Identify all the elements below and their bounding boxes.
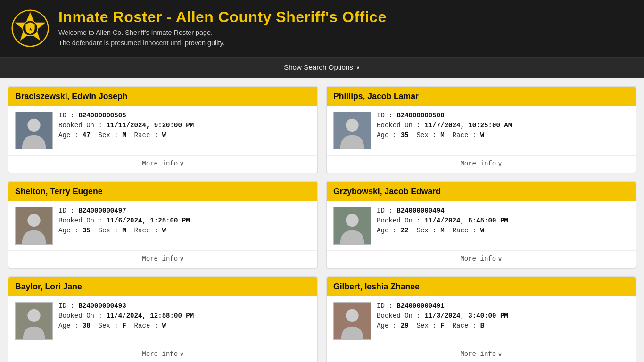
sex-label: Sex : [413,132,437,139]
booked-value: 11/4/2024, 12:58:00 PM [106,312,194,320]
detail-row-demographics: Age : 29 Sex : F Race : B [377,322,629,329]
age-value: 38 [83,322,91,329]
detail-row-booked: Booked On : 11/11/2024, 9:20:00 PM [58,122,311,129]
more-info-button[interactable]: More info ∨ [460,255,502,263]
more-info-row: More info ∨ [327,346,636,362]
sex-label: Sex : [94,322,118,329]
sex-value: F [122,322,126,329]
booked-value: 11/11/2024, 9:20:00 PM [106,122,194,129]
id-label: ID : [58,207,74,214]
header-subtitle: Welcome to Allen Co. Sheriff's Inmate Ro… [58,28,387,48]
inmate-card: Braciszewski, Edwin Joseph ID : B2400000… [8,86,318,173]
more-info-label: More info [142,350,178,358]
booked-value: 11/4/2024, 6:45:00 PM [424,217,508,224]
more-info-chevron-icon: ∨ [498,255,502,263]
inmate-card-header: Braciszewski, Edwin Joseph [8,87,317,106]
inmate-card-body: ID : B24000000500 Booked On : 11/7/2024,… [327,106,636,155]
inmate-id-value: B24000000494 [396,207,444,214]
inmate-grid: Braciszewski, Edwin Joseph ID : B2400000… [8,86,636,362]
svg-point-13 [27,309,40,322]
inmate-details: ID : B24000000494 Booked On : 11/4/2024,… [377,207,629,237]
inmate-photo [15,112,53,149]
inmate-details: ID : B24000000493 Booked On : 11/4/2024,… [58,302,311,332]
more-info-label: More info [142,160,178,167]
more-info-button[interactable]: More info ∨ [460,160,502,168]
age-value: 35 [401,132,409,139]
age-label: Age : [377,132,396,139]
race-value: W [162,132,166,139]
inmate-card-body: ID : B24000000497 Booked On : 11/6/2024,… [8,201,317,250]
more-info-chevron-icon: ∨ [180,160,183,168]
detail-row-id: ID : B24000000500 [377,112,629,119]
sex-label: Sex : [94,227,118,234]
id-label: ID : [377,302,393,310]
age-value: 35 [83,227,91,234]
detail-row-demographics: Age : 22 Sex : M Race : W [377,227,629,234]
inmate-name: Braciszewski, Edwin Joseph [15,91,311,101]
search-toggle-button[interactable]: Show Search Options ∨ [284,63,360,71]
inmate-details: ID : B24000000491 Booked On : 11/3/2024,… [377,302,629,332]
age-label: Age : [377,322,396,329]
inmate-card-header: Baylor, Lori Jane [8,277,317,296]
more-info-chevron-icon: ∨ [498,350,502,358]
inmate-card: Phillips, Jacob Lamar ID : B24000000500 … [326,86,636,173]
booked-label: Booked On : [58,217,102,224]
detail-row-booked: Booked On : 11/4/2024, 6:45:00 PM [377,217,629,224]
race-label: Race : [448,227,476,234]
more-info-button[interactable]: More info ∨ [142,350,184,358]
detail-row-booked: Booked On : 11/4/2024, 12:58:00 PM [58,312,311,320]
sex-label: Sex : [413,322,437,329]
inmate-id-value: B24000000500 [396,112,444,119]
inmate-id-value: B24000000505 [78,112,126,119]
svg-point-5 [27,119,40,132]
inmate-details: ID : B24000000505 Booked On : 11/11/2024… [58,112,311,141]
age-value: 29 [401,322,409,329]
more-info-row: More info ∨ [327,155,636,173]
more-info-chevron-icon: ∨ [498,160,502,168]
age-label: Age : [58,132,78,139]
svg-text:★: ★ [29,27,33,32]
inmate-id-value: B24000000493 [78,302,126,310]
search-options-bar: Show Search Options ∨ [0,58,644,78]
inmate-card-header: Phillips, Jacob Lamar [327,87,636,106]
race-label: Race : [130,322,158,329]
detail-row-demographics: Age : 35 Sex : M Race : W [58,227,311,234]
more-info-label: More info [142,255,178,263]
detail-row-id: ID : B24000000494 [377,207,629,214]
inmate-name: Shelton, Terry Eugene [15,187,311,197]
id-label: ID : [58,302,74,310]
race-value: W [480,227,484,234]
svg-point-7 [346,119,358,132]
race-value: B [480,322,484,329]
more-info-button[interactable]: More info ∨ [142,255,184,263]
inmate-card-header: Grzybowski, Jacob Edward [327,182,636,201]
age-label: Age : [58,227,78,234]
age-label: Age : [58,322,78,329]
booked-label: Booked On : [58,122,102,129]
inmate-card-header: Gilbert, Ieshia Zhanee [327,277,636,296]
id-label: ID : [377,112,393,119]
more-info-label: More info [460,350,496,358]
inmate-card-body: ID : B24000000505 Booked On : 11/11/2024… [8,106,317,155]
inmate-id-value: B24000000491 [396,302,444,310]
sex-label: Sex : [413,227,437,234]
race-value: W [162,227,166,234]
more-info-row: More info ∨ [8,250,317,268]
booked-value: 11/3/2024, 3:40:00 PM [424,312,508,320]
booked-label: Booked On : [377,122,421,129]
more-info-row: More info ∨ [8,155,317,173]
race-label: Race : [448,322,476,329]
booked-value: 11/6/2024, 1:25:00 PM [106,217,190,224]
svg-point-11 [346,214,358,227]
more-info-label: More info [460,255,496,263]
more-info-row: More info ∨ [327,250,636,268]
id-label: ID : [377,207,393,214]
inmate-name: Grzybowski, Jacob Edward [333,187,629,197]
sex-value: M [440,132,444,139]
booked-label: Booked On : [58,312,102,320]
inmate-id-value: B24000000497 [78,207,126,214]
more-info-button[interactable]: More info ∨ [460,350,502,358]
more-info-button[interactable]: More info ∨ [142,160,184,168]
chevron-down-icon: ∨ [356,64,360,71]
more-info-row: More info ∨ [8,346,317,362]
